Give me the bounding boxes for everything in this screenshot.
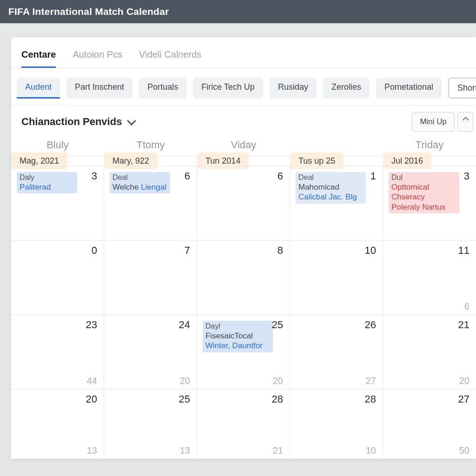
calendar-cell[interactable]: 25 Dayl FisesaicTocal Winter, Dauntfor 2… xyxy=(197,315,290,389)
primary-tabs: Centare Autoion Pcs Videli Calnerds xyxy=(11,37,476,68)
day-header xyxy=(290,139,383,151)
day-number: 24 xyxy=(179,319,190,331)
day-footnote: 20 xyxy=(273,376,283,386)
event-chip[interactable]: Daly Paliterad xyxy=(17,172,77,193)
pill-audent[interactable]: Audent xyxy=(17,78,60,99)
day-footnote: 13 xyxy=(180,445,190,456)
calendar-cell[interactable]: 3 Daly Paliterad xyxy=(11,166,104,240)
page-card: Centare Autoion Pcs Videli Calnerds Aude… xyxy=(11,37,476,459)
day-footnote: 27 xyxy=(366,376,376,386)
day-header: Bluly xyxy=(11,139,104,151)
calendar-cell[interactable]: 27 50 xyxy=(383,389,476,459)
day-number: 6 xyxy=(185,170,190,182)
tab-autoion-pcs[interactable]: Autoion Pcs xyxy=(73,49,122,68)
pill-rusiday[interactable]: Rusiday xyxy=(270,78,317,99)
mini-up-button[interactable]: Mini Up xyxy=(412,112,455,132)
calendar-cell[interactable]: 28 10 xyxy=(290,389,383,459)
view-dropdown-label: Chianaction Penvids xyxy=(21,116,122,128)
calendar-cell[interactable]: 3 Dul Opttomical Chseracy Poleraly Nartu… xyxy=(383,166,476,240)
day-number: 28 xyxy=(365,393,376,405)
day-number: 27 xyxy=(458,393,469,405)
pill-pometational[interactable]: Pometational xyxy=(376,78,442,99)
day-header: Triday xyxy=(383,139,476,151)
day-footnote: 10 xyxy=(366,445,376,456)
calendar-row: 20 13 25 13 28 21 28 10 27 50 xyxy=(11,389,476,459)
calendar-cell[interactable]: 23 44 xyxy=(11,315,104,389)
event-chip[interactable]: Dayl FisesaicTocal Winter, Dauntfor xyxy=(203,321,273,352)
calendar-cell[interactable]: 1 Deal Mahomicad Calicbal Jac. Blg xyxy=(290,166,383,240)
day-number: 26 xyxy=(365,319,376,331)
day-footnote: 20 xyxy=(459,376,469,386)
day-number: 3 xyxy=(464,170,469,182)
calendar-cell[interactable]: 7 xyxy=(104,240,197,315)
event-chip[interactable]: Deal Mahomicad Calicbal Jac. Blg xyxy=(296,172,366,204)
day-footnote: 44 xyxy=(87,376,97,386)
calendar-cell[interactable]: 26 27 xyxy=(290,315,383,389)
day-footnote: 21 xyxy=(273,445,283,456)
day-number: 6 xyxy=(278,170,283,182)
calendar-cell[interactable]: 6 xyxy=(197,166,290,240)
day-number: 0 xyxy=(92,245,97,257)
calendar-cell[interactable]: 11 6 xyxy=(383,240,476,315)
chevron-down-icon xyxy=(127,116,136,126)
pill-portuals[interactable]: Portuals xyxy=(139,78,186,99)
pill-part-inschent[interactable]: Part Inschent xyxy=(66,78,132,99)
toolbar-right: Mini Up xyxy=(412,112,473,132)
calendar-cell[interactable]: 0 xyxy=(11,240,104,315)
tab-videli-calnerds[interactable]: Videli Calnerds xyxy=(139,49,201,68)
day-number: 20 xyxy=(86,393,97,405)
refresh-button[interactable] xyxy=(457,112,473,132)
calendar-cell[interactable]: 6 Deal Welche Liengal xyxy=(104,166,197,240)
day-number: 10 xyxy=(365,245,376,257)
calendar-cell[interactable]: 24 20 xyxy=(104,315,197,389)
calendar-cell[interactable]: 10 xyxy=(290,240,383,315)
day-header: Ttomy xyxy=(104,139,197,151)
day-footnote: 50 xyxy=(459,445,469,456)
day-footnote: 6 xyxy=(464,301,469,312)
day-number: 23 xyxy=(86,319,97,331)
calendar-cell[interactable]: 8 xyxy=(197,240,290,315)
calendar-row: 0 7 8 10 11 6 xyxy=(11,240,476,315)
event-chip[interactable]: Deal Welche Liengal xyxy=(110,172,170,193)
day-number: 3 xyxy=(92,170,97,182)
filter-pills: Audent Part Inschent Portuals Firice Tec… xyxy=(11,68,476,106)
calendar-cell[interactable]: 28 21 xyxy=(197,389,290,459)
pill-zerolies[interactable]: Zerolies xyxy=(323,78,370,99)
calendar-cell[interactable]: 21 20 xyxy=(383,315,476,389)
month-chip-row: Mag, 2021 Mary, 922 Tun 2014 Tus up 25 J… xyxy=(11,156,476,166)
view-dropdown[interactable]: Chianaction Penvids xyxy=(21,116,135,128)
pill-short-snart[interactable]: Short Snart xyxy=(448,78,476,99)
day-footnote: 20 xyxy=(180,376,190,386)
day-number: 28 xyxy=(272,393,283,405)
day-number: 11 xyxy=(458,245,469,257)
titlebar: FIFA International Match Calendar xyxy=(0,0,476,23)
pill-firice-tech-up[interactable]: Firice Tech Up xyxy=(193,78,263,99)
day-number: 7 xyxy=(185,245,190,257)
calendar-row: 3 Daly Paliterad 6 Deal Welche Liengal 6… xyxy=(11,166,476,240)
day-number: 25 xyxy=(272,319,283,331)
tab-centare[interactable]: Centare xyxy=(21,49,56,68)
calendar-cell[interactable]: 20 13 xyxy=(11,389,104,459)
day-footnote: 13 xyxy=(87,445,97,456)
calendar-row: 23 44 24 20 25 Dayl FisesaicTocal Winter… xyxy=(11,315,476,389)
event-chip[interactable]: Dul Opttomical Chseracy Poleraly Nartux xyxy=(389,172,459,213)
page-title: FIFA International Match Calendar xyxy=(8,6,169,17)
day-number: 8 xyxy=(278,245,283,257)
day-number: 21 xyxy=(458,319,469,331)
calendar-toolbar: Chianaction Penvids Mini Up xyxy=(11,106,476,136)
day-number: 1 xyxy=(370,170,376,182)
day-header: Viday xyxy=(197,139,290,151)
day-number: 25 xyxy=(179,393,190,405)
calendar-cell[interactable]: 25 13 xyxy=(104,389,197,459)
